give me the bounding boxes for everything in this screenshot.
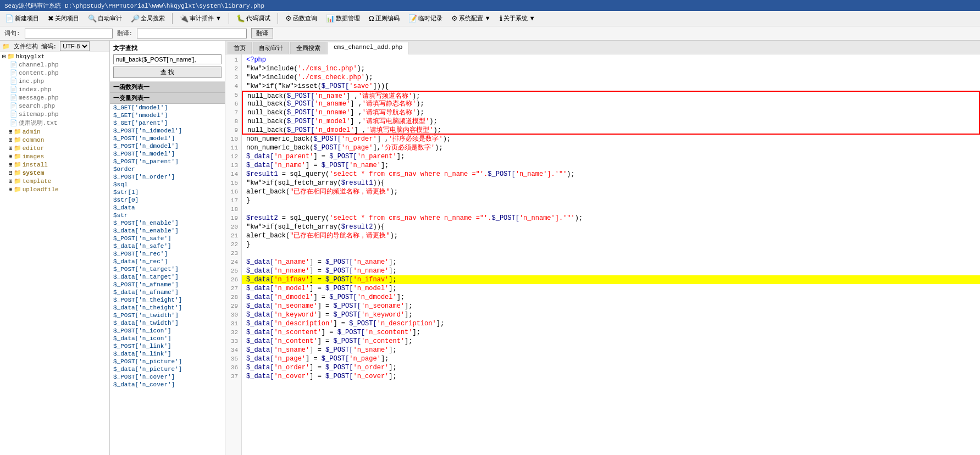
tree-item-content-php[interactable]: 📄content.php	[0, 69, 109, 77]
audit-plugin-button[interactable]: 🔌审计插件 ▼	[177, 13, 224, 24]
middle-panel: 文字查找 查 找 一函数列表一 一变量列表一 $_GET['dmodel']$_…	[110, 41, 225, 455]
data-manage-button[interactable]: 📊数据管理	[323, 13, 363, 24]
tree-item-system[interactable]: ⊟📁system	[0, 169, 109, 177]
about-sys-button[interactable]: ℹ关于系统 ▼	[497, 13, 538, 24]
line-num-29: 29	[229, 302, 238, 310]
translate-input[interactable]	[137, 29, 247, 38]
var-item[interactable]: $_GET['dmodel']	[110, 104, 225, 112]
tab---[interactable]: 首页	[228, 42, 252, 54]
line-num-4: 4	[229, 82, 238, 91]
var-item[interactable]: $_GET['parent']	[110, 119, 225, 127]
var-item[interactable]: $_data['n_safe']	[110, 242, 225, 250]
textsearch-label: 文字查找	[113, 44, 222, 52]
tab-----[interactable]: 全局搜索	[290, 42, 326, 54]
func-query-button[interactable]: ⚙函数查询	[283, 13, 320, 24]
var-item[interactable]: $_POST['n_safe']	[110, 235, 225, 242]
word-input[interactable]	[25, 29, 113, 38]
var-item[interactable]: $_POST['n_order']	[110, 173, 225, 181]
tree-item-admin[interactable]: ⊞📁admin	[0, 127, 109, 136]
tree-item-template[interactable]: ⊞📁template	[0, 177, 109, 185]
var-item[interactable]: $_POST['n_enable']	[110, 219, 225, 227]
code-debug-button[interactable]: 🐛代码调试	[234, 13, 273, 24]
code-content[interactable]: <?php"kw">include('./cms_inc.php');"kw">…	[242, 54, 980, 455]
code-line-8: null_back($_POST['n_model'] ,'请填写电脑频道模型'…	[242, 117, 980, 126]
var-item[interactable]: $_POST['n_target']	[110, 265, 225, 273]
line-num-2: 2	[229, 64, 238, 73]
close-project-button[interactable]: ✖关闭项目	[45, 13, 82, 24]
line-num-31: 31	[229, 319, 238, 328]
main-layout: 📁 文件结构 编码: UTF-8 GBK ⊟📁hkqyglxt 📄channel…	[0, 41, 980, 455]
var-item[interactable]: $_data	[110, 204, 225, 212]
tree-item-common[interactable]: ⊞📁common	[0, 136, 109, 144]
tree-item-inc-php[interactable]: 📄inc.php	[0, 77, 109, 85]
tab-cms-channel-add-php[interactable]: cms_channel_add.php	[328, 42, 408, 54]
tree-item-index-php[interactable]: 📄index.php	[0, 85, 109, 93]
line-num-12: 12	[229, 152, 238, 161]
var-item[interactable]: $_POST['n_model']	[110, 150, 225, 158]
toolbar-separator	[229, 13, 229, 24]
var-item[interactable]: $_POST['n_icon']	[110, 327, 225, 335]
var-item[interactable]: $_GET['nmodel']	[110, 112, 225, 119]
tree-item------txt[interactable]: 📄使用说明.txt	[0, 118, 109, 127]
var-item[interactable]: $str[1]	[110, 188, 225, 196]
temp-record-button[interactable]: 📝临时记录	[406, 13, 445, 24]
tree-root[interactable]: ⊟📁hkqyglxt	[0, 52, 109, 60]
tree-item-uploadfile[interactable]: ⊞📁uploadfile	[0, 185, 109, 193]
var-item[interactable]: $_POST['n_afname']	[110, 281, 225, 288]
code-line-19: $result2 = sql_query('select * from cms_…	[242, 214, 980, 223]
var-item[interactable]: $_POST['n_link']	[110, 342, 225, 350]
var-item[interactable]: $_POST['n_idmodel']	[110, 127, 225, 135]
var-item[interactable]: $_POST['n_cover']	[110, 373, 225, 381]
var-item[interactable]: $_data['n_icon']	[110, 335, 225, 342]
var-item[interactable]: $str[0]	[110, 196, 225, 204]
var-item[interactable]: $_POST['n_picture']	[110, 358, 225, 365]
tree-item-images[interactable]: ⊞📁images	[0, 152, 109, 160]
code-line-2: "kw">include('./cms_inc.php');	[242, 64, 980, 73]
var-item[interactable]: $_data['n_link']	[110, 350, 225, 358]
var-item[interactable]: $_data['n_picture']	[110, 365, 225, 373]
var-item[interactable]: $_POST['n_model']	[110, 135, 225, 142]
tree-item-search-php[interactable]: 📄search.php	[0, 102, 109, 110]
new-project-button[interactable]: 📄新建项目	[2, 13, 42, 24]
code-line-10: non_numeric_back($_POST['n_order'] ,'排序必…	[242, 135, 980, 143]
filetree-panel: 📁 文件结构 编码: UTF-8 GBK ⊟📁hkqyglxt 📄channel…	[0, 41, 110, 455]
var-item[interactable]: $_data['n_twidth']	[110, 319, 225, 327]
code-line-22: }	[242, 240, 980, 249]
var-item[interactable]: $_data['n_cover']	[110, 381, 225, 389]
toolbar-separator	[278, 13, 278, 24]
code-line-31: $_data['n_description'] = $_POST['n_desc…	[242, 319, 980, 328]
tree-item-message-php[interactable]: 📄message.php	[0, 93, 109, 102]
var-item[interactable]: $_data['n_target']	[110, 273, 225, 281]
textsearch-input[interactable]	[113, 54, 222, 64]
code-line-34: $_data['n_sname'] = $_POST['n_sname'];	[242, 346, 980, 354]
varlist-header[interactable]: 一变量列表一	[110, 93, 225, 104]
var-item[interactable]: $sql	[110, 181, 225, 188]
search-button[interactable]: 查 找	[113, 66, 222, 78]
var-item[interactable]: $order	[110, 165, 225, 173]
var-item[interactable]: $_POST['n_theight']	[110, 296, 225, 304]
tree-item-channel-php[interactable]: 📄channel.php	[0, 60, 109, 69]
var-item[interactable]: $_POST['n_dmodel']	[110, 142, 225, 150]
var-item[interactable]: $_data['n_afname']	[110, 288, 225, 296]
word-label: 词句:	[4, 29, 20, 37]
encoding-select[interactable]: UTF-8 GBK	[60, 41, 90, 51]
tab-----[interactable]: 自动审计	[253, 42, 289, 54]
auto-audit-button[interactable]: 🔍自动审计	[85, 13, 125, 24]
translate-button[interactable]: 翻译	[251, 28, 273, 38]
var-item[interactable]: $_POST['n_twidth']	[110, 312, 225, 319]
code-line-26: $_data['n_ifnav'] = $_POST['n_ifnav'];	[242, 275, 980, 284]
sys-config-button[interactable]: ⚙系统配置 ▼	[449, 13, 494, 24]
funclist-header[interactable]: 一函数列表一	[110, 82, 225, 93]
tree-item-editor[interactable]: ⊞📁editor	[0, 144, 109, 152]
global-search-button[interactable]: 🔎全局搜索	[128, 13, 168, 24]
regex-encode-button[interactable]: Ω正则编码	[366, 13, 402, 24]
var-item[interactable]: $_POST['n_parent']	[110, 158, 225, 165]
tree-item-sitemap-php[interactable]: 📄sitemap.php	[0, 110, 109, 118]
tree-item-install[interactable]: ⊞📁install	[0, 160, 109, 169]
var-item[interactable]: $_data['n_theight']	[110, 304, 225, 312]
filetree-header: 📁 文件结构	[2, 42, 38, 51]
var-item[interactable]: $_POST['n_rec']	[110, 250, 225, 258]
var-item[interactable]: $_data['n_rec']	[110, 258, 225, 265]
var-item[interactable]: $str	[110, 212, 225, 219]
var-item[interactable]: $_data['n_enable']	[110, 227, 225, 235]
